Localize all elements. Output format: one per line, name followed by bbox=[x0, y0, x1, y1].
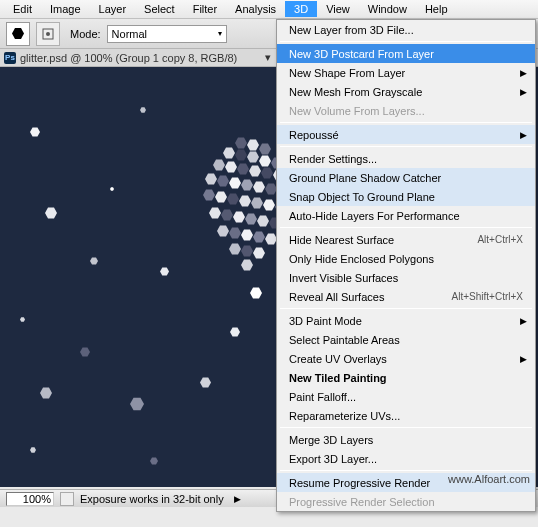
status-message: Exposure works in 32-bit only bbox=[80, 493, 224, 505]
menu-select[interactable]: Select bbox=[135, 1, 184, 17]
menu-view[interactable]: View bbox=[317, 1, 359, 17]
menu-image[interactable]: Image bbox=[41, 1, 90, 17]
separator bbox=[280, 41, 532, 42]
menu-item-reveal-all[interactable]: Reveal All SurfacesAlt+Shift+Ctrl+X bbox=[277, 287, 535, 306]
menu-item-auto-hide[interactable]: Auto-Hide Layers For Performance bbox=[277, 206, 535, 225]
menu-help[interactable]: Help bbox=[416, 1, 457, 17]
menu-item-paint-mode[interactable]: 3D Paint Mode▶ bbox=[277, 311, 535, 330]
3d-menu-dropdown: New Layer from 3D File... New 3D Postcar… bbox=[276, 19, 536, 512]
ps-file-icon: Ps bbox=[4, 52, 16, 64]
menu-item-new-mesh[interactable]: New Mesh From Grayscale▶ bbox=[277, 82, 535, 101]
chevron-down-icon[interactable]: ▾ bbox=[265, 51, 271, 64]
menu-item-export-3d[interactable]: Export 3D Layer... bbox=[277, 449, 535, 468]
chevron-right-icon: ▶ bbox=[520, 130, 527, 140]
menu-edit[interactable]: Edit bbox=[4, 1, 41, 17]
document-title: glitter.psd @ 100% (Group 1 copy 8, RGB/… bbox=[20, 52, 237, 64]
menu-item-create-uv[interactable]: Create UV Overlays▶ bbox=[277, 349, 535, 368]
mode-dropdown[interactable]: Normal ▾ bbox=[107, 25, 227, 43]
shortcut-label: Alt+Shift+Ctrl+X bbox=[452, 291, 523, 302]
menu-window[interactable]: Window bbox=[359, 1, 416, 17]
menu-item-merge-3d[interactable]: Merge 3D Layers bbox=[277, 430, 535, 449]
menu-item-invert-visible[interactable]: Invert Visible Surfaces bbox=[277, 268, 535, 287]
zoom-input[interactable]: 100% bbox=[6, 492, 54, 506]
separator bbox=[280, 227, 532, 228]
chevron-right-icon: ▶ bbox=[520, 354, 527, 364]
menu-item-new-volume: New Volume From Layers... bbox=[277, 101, 535, 120]
chevron-right-icon: ▶ bbox=[520, 87, 527, 97]
menu-item-repousse[interactable]: Repoussé▶ bbox=[277, 125, 535, 144]
chevron-down-icon: ▾ bbox=[218, 29, 222, 38]
menu-item-paint-falloff[interactable]: Paint Falloff... bbox=[277, 387, 535, 406]
separator bbox=[280, 308, 532, 309]
menu-item-new-layer-3d-file[interactable]: New Layer from 3D File... bbox=[277, 20, 535, 39]
menu-item-new-shape[interactable]: New Shape From Layer▶ bbox=[277, 63, 535, 82]
menu-filter[interactable]: Filter bbox=[184, 1, 226, 17]
menu-item-select-paintable[interactable]: Select Paintable Areas bbox=[277, 330, 535, 349]
menu-analysis[interactable]: Analysis bbox=[226, 1, 285, 17]
mode-label: Mode: bbox=[70, 28, 101, 40]
separator bbox=[280, 146, 532, 147]
separator bbox=[280, 427, 532, 428]
menu-item-progressive-selection: Progressive Render Selection bbox=[277, 492, 535, 511]
watermark: www.Alfoart.com bbox=[448, 473, 530, 485]
menu-item-tiled-painting[interactable]: New Tiled Painting bbox=[277, 368, 535, 387]
chevron-right-icon[interactable]: ▶ bbox=[234, 494, 241, 504]
menu-3d[interactable]: 3D bbox=[285, 1, 317, 17]
menu-item-hide-nearest[interactable]: Hide Nearest SurfaceAlt+Ctrl+X bbox=[277, 230, 535, 249]
svg-point-1 bbox=[46, 32, 50, 36]
brush-preset[interactable]: 14 bbox=[6, 22, 30, 46]
brush-panel-toggle[interactable] bbox=[36, 22, 60, 46]
separator bbox=[280, 122, 532, 123]
navigator-icon[interactable] bbox=[60, 492, 74, 506]
menu-layer[interactable]: Layer bbox=[90, 1, 136, 17]
mode-value: Normal bbox=[112, 28, 147, 40]
menu-item-only-hide[interactable]: Only Hide Enclosed Polygons bbox=[277, 249, 535, 268]
chevron-right-icon: ▶ bbox=[520, 316, 527, 326]
menu-item-ground-catcher[interactable]: Ground Plane Shadow Catcher bbox=[277, 168, 535, 187]
menu-item-render-settings[interactable]: Render Settings... bbox=[277, 149, 535, 168]
menu-item-reparameterize[interactable]: Reparameterize UVs... bbox=[277, 406, 535, 425]
shortcut-label: Alt+Ctrl+X bbox=[477, 234, 523, 245]
chevron-right-icon: ▶ bbox=[520, 68, 527, 78]
menu-bar: Edit Image Layer Select Filter Analysis … bbox=[0, 0, 538, 19]
separator bbox=[280, 470, 532, 471]
menu-item-snap-object[interactable]: Snap Object To Ground Plane bbox=[277, 187, 535, 206]
menu-item-new-3d-postcard[interactable]: New 3D Postcard From Layer bbox=[277, 44, 535, 63]
